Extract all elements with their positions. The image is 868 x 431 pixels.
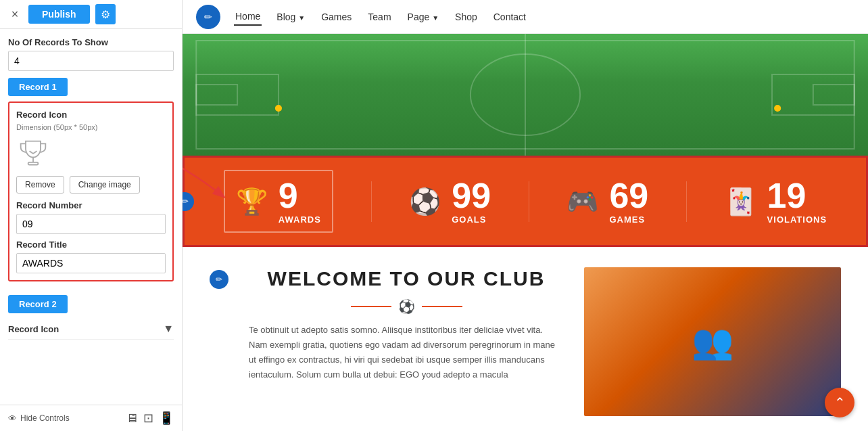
hide-controls-label[interactable]: Hide Controls bbox=[20, 413, 70, 423]
welcome-ball-icon: ⚽ bbox=[398, 298, 415, 315]
record-title-input[interactable] bbox=[16, 253, 166, 273]
welcome-section: ✏ WELCOME TO OUR CLUB ⚽ Te obtinuit ut a… bbox=[183, 247, 868, 431]
ball-stat-icon: ⚽ bbox=[409, 187, 441, 217]
change-image-button[interactable]: Change image bbox=[70, 176, 140, 194]
icon-buttons: Remove Change image bbox=[16, 176, 166, 194]
no-of-records-input[interactable] bbox=[8, 51, 174, 71]
violations-label: VIOLATIONS bbox=[767, 214, 827, 225]
welcome-divider: ⚽ bbox=[249, 298, 564, 315]
stat-divider-3 bbox=[686, 181, 687, 222]
stats-edit-pencil[interactable]: ✏ bbox=[183, 192, 194, 211]
svg-rect-5 bbox=[196, 85, 237, 105]
close-icon: × bbox=[11, 7, 19, 22]
welcome-title: WELCOME TO OUR CLUB bbox=[249, 267, 564, 290]
settings-button[interactable]: ⚙ bbox=[95, 4, 116, 24]
violations-stat-icon: 🃏 bbox=[725, 187, 756, 217]
svg-point-9 bbox=[275, 105, 282, 112]
nav-logo: ✏ bbox=[196, 5, 220, 29]
stats-container: ✏ 🏆 9 AWARDS ⚽ 99 GOALS 🎮 bbox=[183, 156, 868, 247]
soccer-field bbox=[183, 34, 868, 156]
welcome-body-text: Te obtinuit ut adepto satis somno. Aliis… bbox=[249, 323, 564, 382]
hide-controls-wrap: 👁 Hide Controls bbox=[8, 413, 70, 424]
chevron-down-icon[interactable]: ▼ bbox=[163, 323, 174, 335]
nav-games[interactable]: Games bbox=[320, 9, 353, 25]
games-number: 69 bbox=[609, 178, 648, 213]
games-label: GAMES bbox=[609, 214, 648, 225]
record-icon2-label: Record Icon bbox=[8, 324, 59, 334]
stat-item-violations: 🃏 19 VIOLATIONS bbox=[725, 178, 827, 225]
team-photo-placeholder: 👥 bbox=[584, 267, 841, 416]
trophy-stat-icon: 🏆 bbox=[236, 187, 268, 217]
record-icon-label: Record Icon bbox=[16, 110, 166, 120]
record-title-label: Record Title bbox=[16, 240, 166, 250]
icon-preview bbox=[16, 137, 50, 171]
welcome-image: 👥 bbox=[584, 267, 841, 416]
desktop-view-button[interactable]: 🖥 bbox=[126, 411, 138, 426]
stat-item-goals: ⚽ 99 GOALS bbox=[409, 178, 491, 225]
close-button[interactable]: × bbox=[7, 6, 23, 22]
right-panel: ✏ Home Blog ▼ Games Team Page ▼ Shop Con… bbox=[183, 0, 868, 431]
nav-page[interactable]: Page ▼ bbox=[406, 9, 441, 25]
record-number-label: Record Number bbox=[16, 200, 166, 210]
stat-item-awards: 🏆 9 AWARDS bbox=[224, 170, 333, 233]
publish-button[interactable]: Publish bbox=[28, 5, 90, 24]
view-icons: 🖥 ⊡ 📱 bbox=[126, 411, 174, 426]
site-nav: ✏ Home Blog ▼ Games Team Page ▼ Shop Con… bbox=[183, 0, 868, 34]
welcome-line-right bbox=[422, 306, 462, 307]
top-bar: × Publish ⚙ bbox=[0, 0, 182, 29]
nav-contact[interactable]: Contact bbox=[492, 9, 527, 25]
welcome-edit-btn[interactable]: ✏ bbox=[210, 270, 228, 289]
nav-shop[interactable]: Shop bbox=[454, 9, 479, 25]
gear-icon: ⚙ bbox=[101, 8, 110, 21]
awards-number: 9 bbox=[279, 178, 321, 213]
field-lines-svg bbox=[183, 34, 868, 156]
blog-arrow-icon: ▼ bbox=[298, 14, 305, 22]
fab-scroll-btn[interactable]: ⌃ bbox=[825, 388, 854, 417]
svg-point-10 bbox=[774, 105, 781, 112]
record2-button[interactable]: Record 2 bbox=[8, 295, 68, 313]
violations-number: 19 bbox=[767, 178, 827, 213]
games-stat-icon: 🎮 bbox=[566, 187, 598, 217]
svg-rect-1 bbox=[28, 162, 39, 165]
stat-divider-2 bbox=[529, 181, 529, 222]
stat-item-games: 🎮 69 GAMES bbox=[566, 178, 648, 225]
record-icon-sublabel: Dimension (50px * 50px) bbox=[16, 123, 166, 131]
stat-divider-1 bbox=[371, 181, 372, 222]
panel-content: No Of Records To Show Record 1 Record Ic… bbox=[0, 29, 182, 405]
mobile-view-button[interactable]: 📱 bbox=[159, 411, 174, 426]
nav-blog[interactable]: Blog ▼ bbox=[275, 9, 306, 25]
goals-label: GOALS bbox=[452, 214, 491, 225]
goals-number: 99 bbox=[452, 178, 491, 213]
eye-icon: 👁 bbox=[8, 413, 17, 424]
stats-bar: ✏ 🏆 9 AWARDS ⚽ 99 GOALS 🎮 bbox=[183, 156, 868, 247]
svg-rect-7 bbox=[813, 85, 854, 105]
nav-team[interactable]: Team bbox=[366, 9, 392, 25]
record1-button[interactable]: Record 1 bbox=[8, 78, 68, 96]
trophy-icon bbox=[18, 139, 48, 168]
record-icon-section: Record Icon Dimension (50px * 50px) Remo… bbox=[8, 101, 174, 281]
nav-home[interactable]: Home bbox=[234, 8, 262, 26]
welcome-text: WELCOME TO OUR CLUB ⚽ Te obtinuit ut ade… bbox=[249, 267, 564, 382]
page-arrow-icon: ▼ bbox=[432, 14, 439, 22]
bottom-bar: 👁 Hide Controls 🖥 ⊡ 📱 bbox=[0, 405, 182, 431]
record-number-input[interactable] bbox=[16, 214, 166, 234]
welcome-line-left bbox=[351, 306, 391, 307]
no-of-records-label: No Of Records To Show bbox=[8, 37, 174, 47]
remove-button[interactable]: Remove bbox=[16, 176, 64, 194]
awards-label: AWARDS bbox=[279, 214, 321, 225]
tablet-view-button[interactable]: ⊡ bbox=[143, 411, 153, 426]
left-panel: × Publish ⚙ No Of Records To Show Record… bbox=[0, 0, 183, 431]
